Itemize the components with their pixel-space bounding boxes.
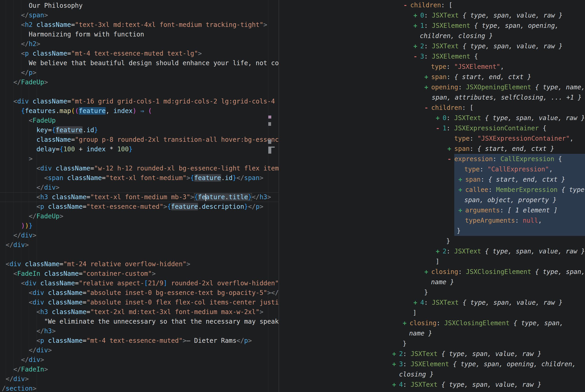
code-line[interactable]: </div> (0, 240, 278, 250)
code-line[interactable]: </h3> (0, 326, 278, 336)
ast-line[interactable]: +opening: JSXOpeningElement { type, name… (279, 82, 585, 92)
expand-toggle-icon[interactable]: + (458, 184, 465, 195)
code-line[interactable]: <h3 className="text-2xl md:text-3xl font… (0, 307, 278, 317)
code-line[interactable]: Our Philosophy (0, 1, 278, 10)
code-line[interactable]: <h2 className="text-3xl md:text-4xl font… (0, 20, 278, 30)
ast-line[interactable]: +span: { start, end, ctxt } (279, 144, 585, 154)
ast-line[interactable]: } (279, 338, 585, 349)
code-line[interactable]: ))} (0, 221, 278, 231)
ast-line[interactable]: +callee: MemberExpression { type, (279, 184, 585, 195)
ast-line[interactable]: typeArguments: null, (279, 215, 585, 226)
code-line[interactable]: <p className="mt-4 text-essence-muted">—… (0, 336, 278, 346)
expand-toggle-icon[interactable]: + (413, 20, 420, 31)
code-line[interactable]: <div className="mt-24 relative overflow-… (0, 259, 278, 269)
expand-toggle-icon[interactable]: + (413, 298, 420, 308)
ast-line[interactable]: } (279, 226, 585, 236)
code-line[interactable]: We believe that beautiful design should … (0, 58, 278, 68)
code-line[interactable]: "We eliminate the unnecessary so that th… (0, 317, 278, 326)
expand-toggle-icon[interactable]: + (458, 205, 465, 215)
ast-line[interactable]: +arguments: [ 1 element ] (279, 205, 585, 215)
expand-toggle-icon[interactable]: + (392, 380, 399, 390)
expand-toggle-icon[interactable]: + (392, 349, 399, 359)
ast-line[interactable]: type: "JSXElement", (279, 62, 585, 72)
ast-line[interactable]: +span: { start, end, ctxt } (279, 72, 585, 82)
ast-tree-pane[interactable]: -children: [+0: JSXText { type, span, va… (279, 0, 585, 392)
ast-line[interactable]: type: "JSXExpressionContainer", (279, 133, 585, 144)
code-line[interactable]: {features.map((feature, index) ⇒ ( (0, 106, 278, 116)
ast-line[interactable]: +span: { start, end, ctxt } (279, 174, 585, 184)
expand-toggle-icon[interactable]: + (403, 318, 410, 328)
ast-line[interactable]: +closing: JSXClosingElement { type, span… (279, 318, 585, 328)
code-line[interactable] (0, 250, 278, 259)
ast-line[interactable]: ] (279, 256, 585, 267)
ast-line[interactable]: -3: JSXElement { (279, 51, 585, 62)
expand-toggle-icon[interactable]: + (424, 72, 431, 82)
code-line-current[interactable]: <h3 className="text-xl font-medium mb-3"… (0, 192, 278, 202)
ast-line[interactable]: -children: [ (279, 102, 585, 113)
code-line[interactable] (0, 87, 278, 97)
ast-line[interactable]: name } (279, 328, 585, 338)
code-line[interactable]: </div> (0, 183, 278, 192)
code-line[interactable]: </div> (0, 355, 278, 365)
ast-line[interactable]: +4: JSXText { type, span, value, raw } (279, 380, 585, 390)
ast-line[interactable]: -expression: CallExpression { (279, 154, 585, 164)
collapse-toggle-icon[interactable]: - (447, 154, 454, 164)
ast-line[interactable]: +0: JSXText { type, span, value, raw } (279, 113, 585, 123)
code-line[interactable]: /section> (0, 384, 278, 392)
expand-toggle-icon[interactable]: + (424, 267, 431, 277)
ast-line[interactable]: children, closing } (279, 31, 585, 41)
code-line[interactable]: </h2> (0, 39, 278, 49)
code-line[interactable]: </div> (0, 231, 278, 240)
code-line[interactable]: <div className="absolute inset-0 flex fl… (0, 298, 278, 307)
code-line[interactable]: </p> (0, 68, 278, 78)
expand-toggle-icon[interactable]: + (458, 174, 465, 184)
expand-toggle-icon[interactable]: + (424, 82, 431, 92)
code-line[interactable]: Harmonizing form with function (0, 30, 278, 39)
expand-toggle-icon[interactable]: + (392, 359, 399, 369)
ast-line[interactable]: ] (279, 308, 585, 318)
code-line[interactable]: </FadeUp> (0, 78, 278, 87)
code-line[interactable]: <div className="relative aspect-[21/9] r… (0, 278, 278, 288)
ast-line[interactable]: name } (279, 277, 585, 287)
code-line[interactable]: delay={100 + index * 100} (0, 144, 278, 154)
ast-line[interactable]: +2: JSXText { type, span, value, raw } (279, 41, 585, 51)
collapse-toggle-icon[interactable]: - (403, 0, 410, 10)
ast-line[interactable]: span, attributes, selfClosing, ... +1 } (279, 92, 585, 102)
code-line[interactable]: <p className="mt-4 text-essence-muted te… (0, 49, 278, 58)
code-line[interactable]: <div className="absolute inset-0 bg-esse… (0, 288, 278, 298)
ast-line[interactable]: -1: JSXExpressionContainer { (279, 123, 585, 133)
ast-line[interactable]: +4: JSXText { type, span, value, raw } (279, 298, 585, 308)
expand-toggle-icon[interactable]: + (413, 41, 420, 51)
ast-line[interactable]: +2: JSXText { type, span, value, raw } (279, 246, 585, 256)
expand-toggle-icon[interactable]: + (436, 246, 443, 256)
code-line[interactable]: <p className="text-essence-muted">{featu… (0, 202, 278, 212)
expand-toggle-icon[interactable]: + (413, 10, 420, 20)
ast-line[interactable]: span, object, property } (279, 195, 585, 205)
code-line[interactable]: </span> (0, 10, 278, 20)
ast-line[interactable]: +3: JSXElement { type, span, opening, ch… (279, 359, 585, 369)
expand-toggle-icon[interactable]: + (447, 144, 454, 154)
ast-line[interactable]: +2: JSXText { type, span, value, raw } (279, 349, 585, 359)
ast-line[interactable]: type: "CallExpression", (279, 164, 585, 174)
code-line[interactable]: <FadeUp (0, 116, 278, 125)
code-line[interactable]: <FadeIn className="container-custom"> (0, 269, 278, 278)
code-line[interactable]: <div className="w-12 h-12 rounded-xl bg-… (0, 164, 278, 173)
ast-line[interactable]: closing } (279, 369, 585, 380)
expand-toggle-icon[interactable]: + (436, 113, 443, 123)
code-line[interactable]: <span className="text-xl font-medium">{f… (0, 173, 278, 183)
code-line[interactable]: </div> (0, 374, 278, 384)
ast-line[interactable]: -children: [ (279, 0, 585, 10)
ast-line[interactable]: } (279, 236, 585, 246)
ast-line[interactable]: +1: JSXElement { type, span, opening, (279, 20, 585, 31)
ast-line[interactable]: +closing: JSXClosingElement { type, span… (279, 267, 585, 277)
code-line[interactable]: <div className="mt-16 grid grid-cols-1 m… (0, 97, 278, 106)
code-line[interactable]: className="group p-8 rounded-2xl transit… (0, 135, 278, 144)
code-line[interactable]: </FadeIn> (0, 365, 278, 374)
code-line[interactable]: key={feature.id} (0, 125, 278, 135)
code-line[interactable]: > (0, 154, 278, 164)
collapse-toggle-icon[interactable]: - (424, 102, 431, 113)
code-line[interactable]: </div> (0, 346, 278, 355)
code-pane[interactable]: Our Philosophy</span><h2 className="text… (0, 0, 278, 392)
code-line[interactable]: </FadeUp> (0, 212, 278, 221)
ast-line[interactable]: +0: JSXText { type, span, value, raw } (279, 10, 585, 20)
